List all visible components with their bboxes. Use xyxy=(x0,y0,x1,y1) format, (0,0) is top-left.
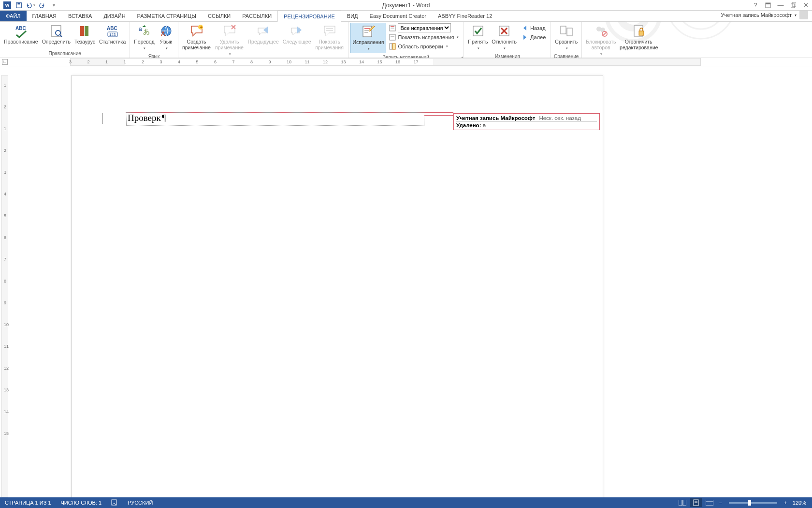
help-icon[interactable]: ? xyxy=(749,0,762,10)
redo-icon[interactable] xyxy=(37,0,47,10)
reviewing-pane-icon xyxy=(389,43,396,50)
svg-rect-55 xyxy=(683,500,686,506)
next-comment-button: Следующее xyxy=(281,23,313,45)
zoom-slider[interactable] xyxy=(729,502,777,504)
svg-text:ABC: ABC xyxy=(107,26,117,31)
revision-balloon[interactable]: Учетная запись Майкрософт Неск. сек. наз… xyxy=(453,113,600,130)
ribbon: ABC Правописание Определить Тезаурус ABC… xyxy=(0,21,812,58)
read-mode-icon[interactable] xyxy=(677,498,688,507)
tab-review[interactable]: РЕЦЕНЗИРОВАНИЕ xyxy=(277,11,341,22)
change-bar[interactable] xyxy=(102,113,103,124)
group-comments: ✦ Создать примечание Удалить примечание▾… xyxy=(178,22,348,58)
group-label-proofing: Правописание xyxy=(0,50,130,58)
tab-file[interactable]: ФАЙЛ xyxy=(0,11,27,21)
next-change-button[interactable]: Далее xyxy=(520,32,548,42)
document-area[interactable]: Проверк¶ Учетная запись Майкрософт Неск.… xyxy=(10,66,812,497)
tab-selector-icon[interactable]: ∟ xyxy=(2,59,8,65)
balloon-deleted-label: Удалено: xyxy=(456,122,481,128)
thesaurus-button[interactable]: Тезаурус xyxy=(72,23,97,45)
svg-rect-45 xyxy=(561,26,566,34)
stats-icon: ABC123 xyxy=(105,24,120,38)
thesaurus-icon xyxy=(77,24,92,38)
ribbon-tabs: ФАЙЛ ГЛАВНАЯ ВСТАВКА ДИЗАЙН РАЗМЕТКА СТР… xyxy=(0,11,812,21)
spelling-button[interactable]: ABC Правописание xyxy=(2,23,40,45)
svg-rect-53 xyxy=(112,500,116,505)
tab-design[interactable]: ДИЗАЙН xyxy=(98,11,131,21)
svg-rect-15 xyxy=(80,26,84,36)
prev-comment-button: Предыдущее xyxy=(246,23,281,45)
define-button[interactable]: Определить xyxy=(40,23,72,45)
vertical-ruler[interactable]: 12123456789101112131415 xyxy=(0,66,10,497)
group-changes: Принять▾ Отклонить▾ Назад Далее Изменени… xyxy=(464,22,551,58)
group-language: aあ Перевод▾ A Язык▾ Язык xyxy=(130,22,178,58)
svg-text:a: a xyxy=(139,26,142,32)
language-icon: A xyxy=(159,24,174,38)
group-compare: Сравнить▾ Сравнение xyxy=(551,22,582,58)
restore-icon[interactable] xyxy=(787,0,799,10)
horizontal-ruler[interactable]: ∟ 3211234567891011121314151617 xyxy=(0,58,812,66)
reject-button[interactable]: Отклонить▾ xyxy=(490,23,519,52)
word-count-button[interactable]: ABC123 Статистика xyxy=(97,23,128,45)
svg-rect-16 xyxy=(85,26,88,36)
display-review-select[interactable]: Все исправления xyxy=(398,23,451,32)
reviewing-pane-button[interactable]: Область проверки▾ xyxy=(387,42,461,51)
tab-references[interactable]: ССЫЛКИ xyxy=(202,11,236,21)
balloon-time: Неск. сек. назад xyxy=(539,115,580,121)
new-comment-button[interactable]: ✦ Создать примечание xyxy=(180,23,213,51)
group-tracking: Исправления▾ Все исправления Показать ис… xyxy=(348,22,464,58)
svg-rect-46 xyxy=(567,28,572,36)
print-layout-icon[interactable] xyxy=(690,498,702,507)
compare-button[interactable]: Сравнить▾ xyxy=(553,23,580,52)
web-layout-icon[interactable] xyxy=(704,498,715,507)
tab-home[interactable]: ГЛАВНАЯ xyxy=(27,11,62,21)
account-label: Учетная запись Майкрософт xyxy=(721,12,792,18)
spelling-icon: ABC xyxy=(13,24,29,38)
minimize-icon[interactable]: — xyxy=(774,0,787,10)
account-area[interactable]: Учетная запись Майкрософт ▾ xyxy=(721,11,808,19)
next-comment-icon xyxy=(289,24,304,38)
tab-insert[interactable]: ВСТАВКА xyxy=(62,11,98,21)
show-markup-button[interactable]: Показать исправления▾ xyxy=(387,32,461,42)
word-app-icon[interactable]: W xyxy=(2,0,13,10)
restrict-editing-button[interactable]: Ограничить редактирование xyxy=(618,23,659,51)
tab-abbyy[interactable]: ABBYY FineReader 12 xyxy=(432,11,498,21)
track-changes-button[interactable]: Исправления▾ xyxy=(350,23,387,53)
svg-text:123: 123 xyxy=(109,32,116,37)
close-icon[interactable]: ✕ xyxy=(799,0,812,10)
zoom-out-icon[interactable]: − xyxy=(717,500,724,506)
show-comments-button: Показать примечания xyxy=(313,23,346,51)
status-proofing-icon[interactable] xyxy=(106,499,123,507)
delete-comment-icon xyxy=(222,24,237,38)
status-word-count[interactable]: ЧИСЛО СЛОВ: 1 xyxy=(56,500,107,506)
language-button[interactable]: A Язык▾ xyxy=(157,23,176,52)
title-bar: W ▾ ▾ Документ1 - Word ? — ✕ xyxy=(0,0,812,11)
tab-view[interactable]: ВИД xyxy=(341,11,364,21)
status-page[interactable]: СТРАНИЦА 1 ИЗ 1 xyxy=(0,500,56,506)
accept-button[interactable]: Принять▾ xyxy=(466,23,490,52)
svg-rect-6 xyxy=(17,2,20,4)
translate-button[interactable]: aあ Перевод▾ xyxy=(132,23,156,52)
status-language[interactable]: РУССКИЙ xyxy=(123,500,158,506)
tab-mailings[interactable]: РАССЫЛКИ xyxy=(236,11,277,21)
tab-layout[interactable]: РАЗМЕТКА СТРАНИЦЫ xyxy=(131,11,202,21)
tab-easy-document-creator[interactable]: Easy Document Creator xyxy=(364,11,432,21)
text-selection-box[interactable]: Проверк¶ xyxy=(126,112,424,126)
zoom-level[interactable]: 120% xyxy=(791,500,808,506)
document-text[interactable]: Проверк xyxy=(127,112,162,124)
svg-rect-8 xyxy=(766,3,770,4)
page[interactable]: Проверк¶ Учетная запись Майкрософт Неск.… xyxy=(72,75,603,497)
delete-comment-button: Удалить примечание▾ xyxy=(213,23,246,58)
undo-icon[interactable]: ▾ xyxy=(25,0,36,10)
reject-icon xyxy=(496,24,512,38)
previous-change-button[interactable]: Назад xyxy=(520,23,548,32)
ribbon-display-icon[interactable] xyxy=(762,0,774,10)
compare-icon xyxy=(559,24,574,38)
accept-icon xyxy=(470,24,486,38)
qat-customize-icon[interactable]: ▾ xyxy=(48,0,59,10)
save-icon[interactable] xyxy=(14,0,24,10)
next-change-icon xyxy=(522,34,528,41)
previous-change-icon xyxy=(522,25,528,31)
zoom-in-icon[interactable]: + xyxy=(782,500,789,506)
group-protect: Блокировать авторов▾ Ограничить редактир… xyxy=(582,22,661,58)
display-for-review-dropdown[interactable]: Все исправления xyxy=(387,23,461,32)
